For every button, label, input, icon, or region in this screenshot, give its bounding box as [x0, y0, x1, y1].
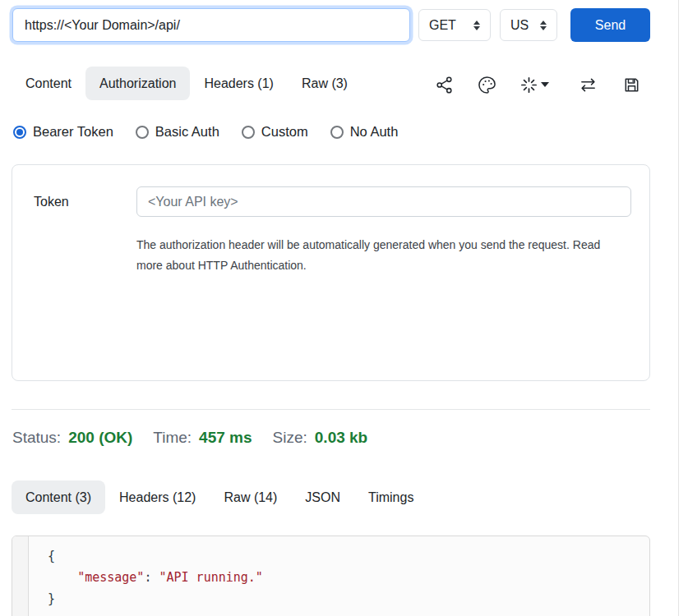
time-stat: Time: 457 ms — [153, 429, 252, 447]
response-tabs: Content (3) Headers (12) Raw (14) JSON T… — [12, 480, 427, 514]
tab-headers[interactable]: Headers (1) — [190, 67, 287, 100]
response-status-row: Status: 200 (OK) Time: 457 ms Size: 0.03… — [12, 429, 388, 447]
time-value: 457 ms — [199, 429, 252, 447]
radio-basic-auth[interactable]: Basic Auth — [136, 124, 219, 140]
token-input[interactable] — [136, 186, 631, 217]
json-key: "message" — [77, 570, 144, 585]
bearer-token-panel: Token The authorization header will be a… — [12, 164, 650, 381]
radio-unselected-icon — [242, 126, 255, 139]
json-open-brace: { — [48, 549, 55, 563]
json-line: "message": "API running." — [48, 567, 641, 588]
time-label: Time: — [153, 429, 192, 447]
response-divider — [12, 409, 650, 410]
size-label: Size: — [273, 429, 307, 447]
tab-raw[interactable]: Raw (3) — [288, 67, 362, 100]
tab-response-content[interactable]: Content (3) — [12, 480, 105, 514]
json-value: "API running." — [159, 570, 262, 585]
http-method-select[interactable]: GET — [418, 9, 491, 41]
send-button[interactable]: Send — [570, 8, 650, 42]
share-icon[interactable] — [433, 74, 455, 95]
status-stat: Status: 200 (OK) — [12, 429, 132, 447]
json-separator: : — [144, 570, 159, 585]
save-icon[interactable] — [621, 74, 642, 95]
api-client-page: GET US Send Content Authorization Header… — [0, 0, 688, 616]
size-value: 0.03 kb — [315, 429, 367, 447]
viewport-edge-divider — [678, 0, 679, 616]
json-indent — [48, 570, 77, 585]
request-url-input[interactable] — [12, 8, 410, 42]
tab-content[interactable]: Content — [12, 67, 85, 100]
http-method-value: GET — [429, 18, 456, 33]
tab-response-json[interactable]: JSON — [291, 480, 354, 514]
auth-type-options: Bearer Token Basic Auth Custom No Auth — [13, 124, 420, 140]
tab-response-headers[interactable]: Headers (12) — [105, 480, 210, 514]
code-gutter — [12, 536, 29, 616]
radio-bearer-token[interactable]: Bearer Token — [13, 124, 113, 140]
json-close-brace: } — [48, 591, 55, 606]
region-value: US — [510, 18, 529, 33]
radio-unselected-icon — [330, 126, 344, 139]
json-line: { — [48, 545, 641, 567]
palette-icon[interactable] — [476, 74, 497, 95]
select-updown-icon — [540, 21, 547, 30]
region-select[interactable]: US — [500, 9, 557, 41]
radio-unselected-icon — [136, 126, 149, 139]
swap-arrows-icon[interactable] — [577, 74, 598, 95]
request-tabs: Content Authorization Headers (1) Raw (3… — [12, 67, 362, 100]
size-stat: Size: 0.03 kb — [273, 429, 368, 447]
status-value: 200 (OK) — [68, 429, 132, 447]
json-line: } — [48, 588, 641, 609]
status-label: Status: — [12, 429, 61, 447]
tab-authorization[interactable]: Authorization — [85, 67, 190, 100]
token-help-text: The authorization header will be automat… — [136, 235, 630, 276]
response-body-viewer[interactable]: { "message": "API running." } — [12, 536, 650, 616]
chevron-down-icon — [541, 82, 549, 87]
token-label: Token — [34, 195, 69, 209]
tab-response-timings[interactable]: Timings — [354, 480, 427, 514]
radio-custom[interactable]: Custom — [242, 124, 308, 140]
code-area: { "message": "API running." } — [29, 536, 649, 616]
magic-wand-dropdown-icon[interactable] — [518, 74, 551, 95]
tab-response-raw[interactable]: Raw (14) — [210, 480, 291, 514]
radio-selected-icon — [13, 126, 26, 139]
select-updown-icon — [473, 21, 480, 30]
radio-no-auth[interactable]: No Auth — [330, 124, 399, 140]
